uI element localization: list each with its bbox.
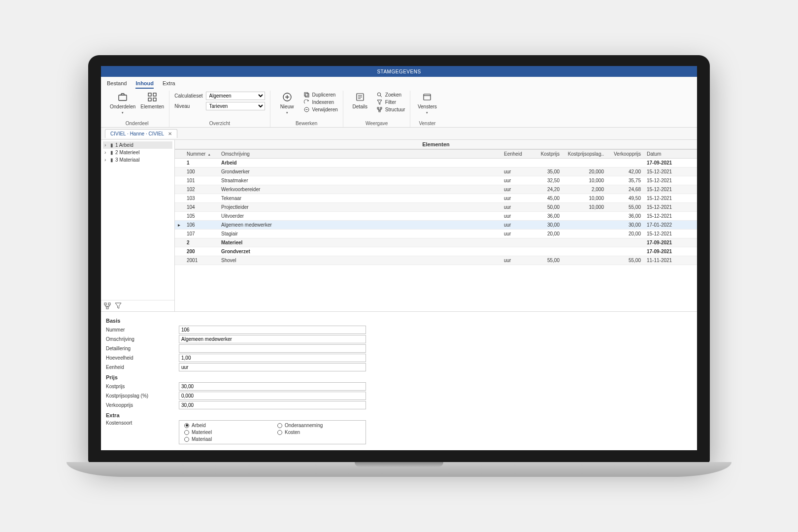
radio-materiaal[interactable]: Materiaal <box>184 436 267 442</box>
col-datum[interactable]: Datum <box>644 150 683 159</box>
menu-inhoud[interactable]: Inhoud <box>135 79 154 89</box>
col-verkoopprijs[interactable]: Verkoopprijs <box>607 150 644 159</box>
table-row[interactable]: 102Werkvoorbereideruur24,202,00024,6815-… <box>175 185 697 194</box>
niveau-select[interactable]: Tarieven <box>206 102 265 110</box>
svg-rect-6 <box>304 93 308 96</box>
svg-rect-11 <box>377 107 379 109</box>
radio-icon <box>277 423 282 428</box>
table-row[interactable]: 101Straatmakeruur32,5010,00035,7515-12-2… <box>175 176 697 185</box>
document-tab-label: CIVIEL · Hanne · CIVIEL <box>110 131 164 136</box>
window-titlebar: STAMGEGEVENS <box>101 66 697 77</box>
filter-button[interactable]: Filter <box>377 99 405 105</box>
verkoopprijs-label: Verkoopprijs <box>106 402 175 408</box>
tree-item[interactable]: ›▮1 Arbeid <box>103 141 172 149</box>
structuur-button[interactable]: Structuur <box>377 106 405 112</box>
detaillering-label: Detaillering <box>106 346 175 351</box>
kostprijsopslag-label: Kostprijsopslag (%) <box>106 393 175 399</box>
kostprijs-input[interactable] <box>179 382 366 391</box>
hoeveelheid-label: Hoeveelheid <box>106 355 175 361</box>
svg-rect-17 <box>106 307 108 309</box>
col-eenheid[interactable]: Eenheid <box>501 150 531 159</box>
dupliceren-button[interactable]: Dupliceren <box>304 92 338 98</box>
omschrijving-input[interactable] <box>179 335 366 343</box>
svg-rect-3 <box>148 98 151 101</box>
indexeren-button[interactable]: Indexeren <box>304 99 338 105</box>
table-row[interactable]: 2Materieel17-09-2021 <box>175 238 697 247</box>
nieuw-button[interactable]: Nieuw ▾ <box>275 92 299 115</box>
svg-rect-15 <box>104 303 106 305</box>
nieuw-label: Nieuw <box>280 104 294 109</box>
verkoopprijs-input[interactable] <box>179 401 366 409</box>
svg-rect-16 <box>108 303 110 305</box>
col-nummer[interactable]: Nummer▲ <box>184 150 218 159</box>
details-button[interactable]: Details <box>348 92 372 109</box>
table-row[interactable]: 1Arbeid17-09-2021 <box>175 159 697 167</box>
radio-onderaanneming[interactable]: Onderaanneming <box>277 423 361 428</box>
tree-icon <box>377 106 383 112</box>
vensters-button[interactable]: Vensters ▾ <box>415 92 439 115</box>
nummer-input[interactable] <box>179 326 366 334</box>
radio-materieel[interactable]: Materieel <box>184 430 267 435</box>
tree-item[interactable]: ›▮3 Materiaal <box>103 156 172 164</box>
hoeveelheid-input[interactable] <box>179 354 366 362</box>
filter-icon <box>377 99 383 105</box>
table-row[interactable]: 107Stagiairuur20,0020,0015-12-2021 <box>175 230 697 238</box>
kostprijs-label: Kostprijs <box>106 384 175 389</box>
table-row[interactable]: 105Uitvoerderuur36,0036,0015-12-2021 <box>175 212 697 221</box>
omschrijving-label: Omschrijving <box>106 336 175 342</box>
col-kostprijs[interactable]: Kostprijs <box>531 150 563 159</box>
radio-arbeid[interactable]: Arbeid <box>184 423 267 428</box>
chevron-right-icon: › <box>104 157 108 163</box>
col-kostprijsopslag[interactable]: Kostprijsopslag.. <box>563 150 607 159</box>
group-label-bewerken: Bewerken <box>275 120 338 126</box>
chevron-down-icon: ▾ <box>286 111 288 115</box>
menubar: Bestand Inhoud Extra <box>101 77 697 89</box>
elementen-label: Elementen <box>140 104 164 109</box>
plus-circle-icon <box>282 92 293 102</box>
table-row[interactable]: 2001Shoveluur55,0055,0011-11-2021 <box>175 256 697 265</box>
tree-filter-icon[interactable] <box>115 302 122 309</box>
menu-extra[interactable]: Extra <box>163 79 175 89</box>
radio-kosten[interactable]: Kosten <box>277 430 361 435</box>
document-tab[interactable]: CIVIEL · Hanne · CIVIEL ✕ <box>105 129 177 138</box>
table-row[interactable]: 100Grondwerkeruur35,0020,00042,0015-12-2… <box>175 167 697 176</box>
ribbon-group-onderdeel: Onderdelen ▾ Elementen Onderdeel <box>105 91 169 127</box>
close-icon[interactable]: ✕ <box>168 131 172 136</box>
table-row[interactable]: ▸106Algemeen medewerkeruur30,0030,0017-0… <box>175 221 697 230</box>
group-label-overzicht: Overzicht <box>174 120 265 126</box>
tree-panel: ›▮1 Arbeid›▮2 Materieel›▮3 Materiaal <box>101 140 175 311</box>
chevron-right-icon: › <box>104 150 108 155</box>
svg-rect-1 <box>148 93 151 96</box>
col-omschrijving[interactable]: Omschrijving <box>218 150 501 159</box>
menu-bestand[interactable]: Bestand <box>107 79 127 89</box>
ribbon-group-venster: Vensters ▾ Venster <box>410 91 444 127</box>
tree-item[interactable]: ›▮2 Materieel <box>103 149 172 156</box>
folder-icon: ▮ <box>110 157 113 163</box>
document-tabs: CIVIEL · Hanne · CIVIEL ✕ <box>101 128 697 140</box>
svg-rect-12 <box>380 107 382 109</box>
verwijderen-button[interactable]: Verwijderen <box>304 106 338 112</box>
table-row[interactable]: 200Grondverzet17-09-2021 <box>175 247 697 256</box>
zoeken-button[interactable]: Zoeken <box>377 92 405 98</box>
delete-icon <box>304 106 310 112</box>
svg-rect-13 <box>379 110 380 112</box>
kostensoort-radiogroup: Arbeid Onderaanneming Materieel Kosten M… <box>179 420 366 444</box>
kostprijsopslag-input[interactable] <box>179 392 366 400</box>
table-row[interactable]: 103Tekenaaruur45,0010,00049,5015-12-2021 <box>175 194 697 203</box>
svg-rect-4 <box>153 98 156 101</box>
svg-point-10 <box>377 93 381 96</box>
folder-icon: ▮ <box>110 142 113 148</box>
eenheid-input[interactable] <box>179 363 366 371</box>
folder-icon: ▮ <box>110 150 113 155</box>
ribbon-group-weergave: Details Zoeken Filter Structuur <box>343 91 411 127</box>
briefcase-icon <box>117 92 128 102</box>
calculatieset-select[interactable]: Algemeen <box>206 92 265 100</box>
section-basis: Basis <box>106 318 692 324</box>
tree-expand-icon[interactable] <box>104 302 111 309</box>
onderdelen-button[interactable]: Onderdelen ▾ <box>110 92 135 115</box>
detaillering-input[interactable] <box>179 344 366 353</box>
copy-icon <box>304 92 310 98</box>
elementen-button[interactable]: Elementen <box>140 92 164 109</box>
windows-icon <box>422 92 432 102</box>
table-row[interactable]: 104Projectleideruur50,0010,00055,0015-12… <box>175 203 697 212</box>
